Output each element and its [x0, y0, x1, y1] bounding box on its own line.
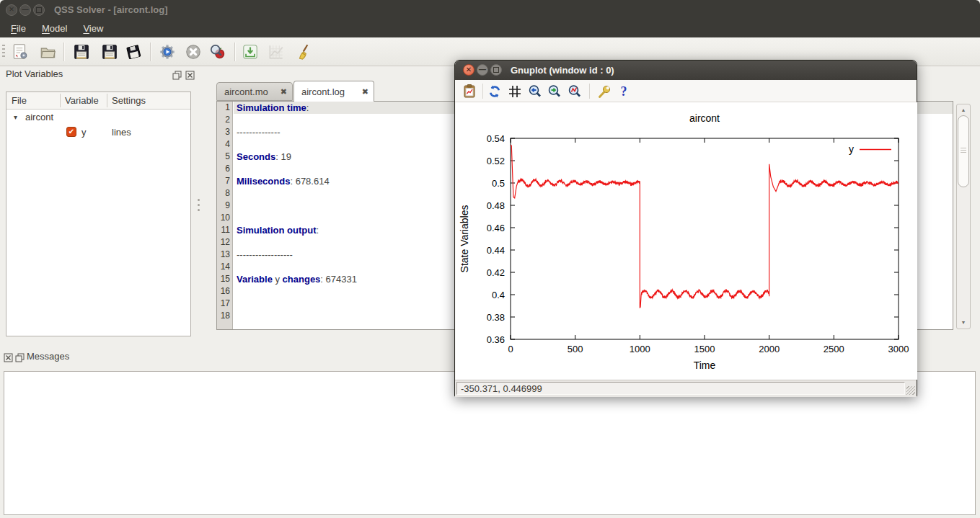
- gnuplot-close-button[interactable]: ✕: [463, 64, 474, 76]
- tree-item-aircont[interactable]: ▾aircont: [6, 110, 190, 125]
- zoom-next-icon: [547, 84, 562, 99]
- tab-close-icon[interactable]: ✖: [281, 87, 287, 97]
- plot-variables-body: ▾aircont✔ylines: [6, 110, 190, 140]
- save-as-icon: [100, 43, 119, 61]
- gnuplot-button-grid[interactable]: [506, 82, 524, 101]
- toolbar-button-save-as[interactable]: [99, 41, 120, 63]
- toolbar-button-new-model[interactable]: [9, 41, 31, 63]
- resize-grip[interactable]: [906, 386, 915, 395]
- log-value-text: y: [273, 274, 283, 285]
- variable-checkbox[interactable]: ✔: [66, 127, 76, 137]
- debug-icon: [208, 43, 227, 61]
- gnuplot-maximize-button[interactable]: [490, 64, 502, 76]
- gnuplot-canvas[interactable]: aircontTimeState Variables05001000150020…: [456, 102, 917, 380]
- scroll-up-button[interactable]: ▲: [957, 105, 970, 115]
- expander-icon[interactable]: ▾: [14, 110, 17, 125]
- qss-titlebar: ✕ — QSS Solver - [aircont.log]: [0, 0, 980, 20]
- scroll-down-button[interactable]: ▼: [957, 318, 970, 328]
- gnuplot-button-zoom-next[interactable]: [545, 82, 564, 101]
- line-number: 3: [217, 126, 232, 138]
- plot-variables-header: File Variable Settings: [6, 92, 190, 110]
- toolbar-separator: [63, 43, 65, 61]
- scroll-thumb[interactable]: [958, 115, 969, 187]
- gnuplot-button-help[interactable]: ?: [614, 82, 633, 101]
- menu-item-file[interactable]: File: [3, 20, 34, 37]
- settings-value[interactable]: lines: [112, 125, 131, 140]
- gnuplot-button-zoom-previous[interactable]: [526, 82, 544, 101]
- plot-frame: [511, 138, 899, 339]
- splitter-handle[interactable]: [198, 199, 200, 218]
- messages-float-icon[interactable]: [15, 353, 25, 362]
- toolbar-button-clean[interactable]: [293, 41, 315, 63]
- file-label: aircont: [25, 110, 53, 125]
- gnuplot-toolbar: ?: [455, 80, 917, 102]
- gnuplot-titlebar: ✕ — Gnuplot (window id : 0): [455, 61, 917, 80]
- legend-label: y: [849, 143, 854, 155]
- y-tick-label: 0.42: [487, 267, 505, 278]
- vertical-scrollbar[interactable]: ▲ ▼: [956, 104, 971, 329]
- column-header-settings[interactable]: Settings: [112, 92, 146, 109]
- toolbar-button-save[interactable]: [71, 41, 92, 63]
- gnuplot-button-zoom-reset[interactable]: [565, 82, 584, 101]
- log-value-text: :: [306, 102, 309, 113]
- y-axis-label: State Variables: [459, 205, 470, 273]
- line-number: 9: [217, 200, 232, 212]
- log-label-text: Simulation output: [237, 225, 316, 236]
- toolbar-button-open-model[interactable]: [37, 41, 59, 63]
- qss-minimize-button[interactable]: —: [19, 4, 31, 16]
- gnuplot-button-copy-plot[interactable]: [460, 82, 479, 101]
- gnuplot-toolbar-separator: [589, 84, 590, 99]
- qss-maximize-button[interactable]: [33, 4, 45, 16]
- qss-close-button[interactable]: ✕: [6, 4, 17, 16]
- tab-label: aircont.mo: [224, 83, 268, 100]
- line-number: 18: [217, 310, 232, 322]
- plot-grid-icon: [267, 43, 286, 61]
- line-number: 2: [217, 114, 232, 126]
- toolbar-button-debug[interactable]: [207, 41, 229, 63]
- refresh-icon: [487, 84, 503, 99]
- gnuplot-button-refresh[interactable]: [485, 82, 504, 101]
- gnuplot-button-settings[interactable]: [595, 82, 614, 101]
- y-tick-label: 0.46: [487, 223, 505, 233]
- menubar: FileModelView: [0, 20, 980, 37]
- gnuplot-minimize-button[interactable]: —: [477, 64, 488, 76]
- log-value-text: : 674331: [320, 274, 357, 285]
- x-tick-label: 3000: [888, 344, 909, 354]
- column-header-variable[interactable]: Variable: [65, 92, 99, 109]
- menu-item-view[interactable]: View: [75, 20, 111, 37]
- chart: aircontTimeState Variables05001000150020…: [456, 102, 917, 380]
- column-header-file[interactable]: File: [12, 92, 27, 109]
- x-tick-label: 1500: [694, 344, 715, 354]
- plot-variables-float-icon[interactable]: [172, 71, 182, 80]
- line-number: 17: [217, 298, 232, 310]
- toolbar-grip-handle[interactable]: [2, 45, 5, 58]
- toolbar-button-export-log[interactable]: [123, 41, 144, 63]
- toolbar-button-import[interactable]: [239, 41, 261, 63]
- gnuplot-window-title: Gnuplot (window id : 0): [511, 61, 614, 80]
- tab-aircont-log[interactable]: aircont.log ✖: [293, 81, 374, 102]
- line-number: 14: [217, 261, 232, 273]
- tab-close-icon[interactable]: ✖: [362, 87, 368, 97]
- plot-variables-close-icon[interactable]: [185, 71, 195, 80]
- line-number-gutter: 123456789101112131415161718: [217, 102, 233, 329]
- toolbar-button-build-run[interactable]: [156, 41, 178, 63]
- line-number: 5: [217, 151, 232, 163]
- qss-window-title: QSS Solver - [aircont.log]: [54, 0, 167, 20]
- line-number: 12: [217, 236, 232, 249]
- messages-close-icon[interactable]: [4, 353, 13, 362]
- line-number: 15: [217, 273, 232, 285]
- toolbar-button-abort[interactable]: [182, 41, 204, 63]
- help-icon: ?: [616, 84, 632, 99]
- column-separator: [60, 94, 61, 107]
- grid-icon: [507, 84, 523, 99]
- x-tick-label: 0: [508, 344, 513, 354]
- x-tick-label: 500: [568, 344, 583, 354]
- tab-label: aircont.log: [301, 81, 345, 102]
- menu-item-model[interactable]: Model: [34, 20, 75, 37]
- line-number: 13: [217, 249, 232, 261]
- log-value-text: : 678.614: [290, 176, 329, 187]
- tab-aircont-mo[interactable]: aircont.mo ✖: [216, 82, 293, 101]
- plot-variables-panel: File Variable Settings ▾aircont✔ylines: [6, 91, 191, 336]
- variable-row-y[interactable]: ✔ylines: [6, 125, 190, 140]
- toolbar-button-plot[interactable]: [265, 41, 287, 63]
